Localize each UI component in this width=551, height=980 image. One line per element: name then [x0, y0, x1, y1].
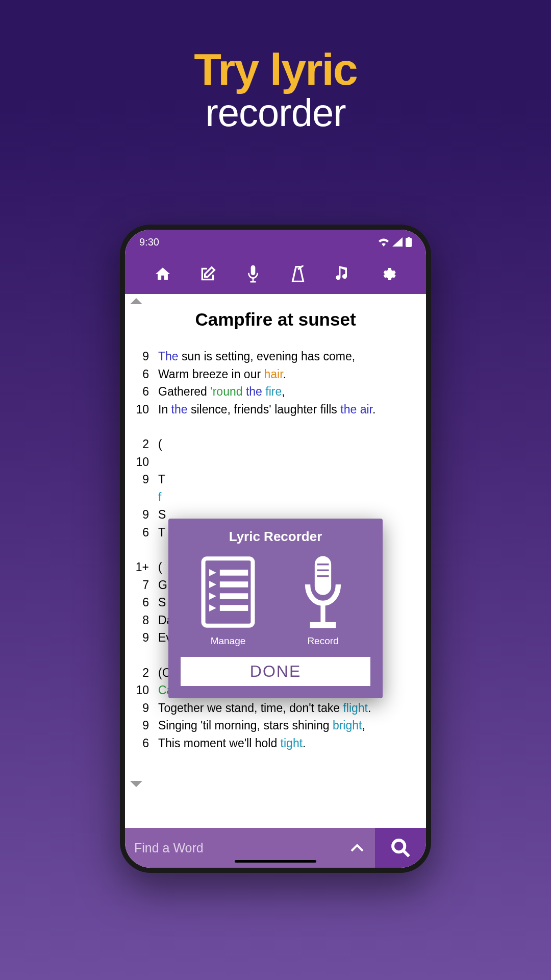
status-time: 9:30: [139, 236, 159, 248]
phone-screen: 9:30: [125, 230, 426, 868]
home-button[interactable]: [154, 265, 172, 283]
lyric-text: [158, 453, 416, 471]
gear-icon: [380, 266, 396, 282]
svg-line-22: [403, 850, 409, 856]
headline-top: Try lyric: [0, 43, 551, 95]
done-button[interactable]: DONE: [181, 657, 370, 686]
syllable-count: 9: [135, 506, 158, 524]
collapse-up-icon[interactable]: [130, 298, 142, 304]
syllable-count: 6: [135, 734, 158, 752]
syllable-count: 10: [135, 681, 158, 699]
syllable-count: 9: [135, 471, 158, 488]
manage-list-icon: [197, 554, 259, 630]
svg-rect-1: [408, 237, 410, 238]
svg-rect-6: [204, 558, 253, 626]
svg-point-21: [393, 840, 405, 852]
headline-bottom: recorder: [0, 90, 551, 135]
settings-button[interactable]: [379, 265, 397, 283]
lyric-text: Gathered 'round the fire,: [158, 383, 416, 401]
lyric-text: The sun is setting, evening has come,: [158, 348, 416, 365]
svg-marker-7: [209, 569, 216, 576]
music-icon: [336, 266, 350, 282]
song-title: Campfire at sunset: [125, 294, 426, 348]
lyric-recorder-dialog: Lyric Recorder Manage: [168, 519, 383, 698]
lyric-line: 10: [135, 453, 416, 471]
home-icon: [154, 265, 171, 283]
svg-rect-20: [310, 622, 336, 628]
record-label: Record: [307, 635, 338, 647]
lyric-line: 9The sun is setting, evening has come,: [135, 348, 416, 365]
lyric-line: 9Singing 'til morning, stars shining bri…: [135, 717, 416, 734]
search-up-button[interactable]: [339, 828, 375, 868]
lyric-line: 10In the silence, friends' laughter fill…: [135, 401, 416, 419]
wifi-icon: [378, 237, 389, 247]
status-icons: [378, 237, 412, 247]
lyric-line: 6This moment we'll hold tight.: [135, 734, 416, 752]
svg-rect-10: [220, 581, 248, 587]
edit-icon: [199, 266, 216, 282]
lyric-line: 2(: [135, 435, 416, 453]
syllable-count: 9: [135, 348, 158, 365]
lyrics-content[interactable]: Campfire at sunset 9The sun is setting, …: [125, 294, 426, 828]
syllable-count: 10: [135, 453, 158, 471]
syllable-count: 6: [135, 594, 158, 611]
metronome-icon: [290, 265, 306, 283]
lyric-line: f: [135, 488, 416, 506]
syllable-count: 9: [135, 629, 158, 647]
lyric-text: T: [158, 471, 416, 488]
syllable-count: 10: [135, 401, 158, 419]
edit-button[interactable]: [198, 265, 217, 283]
home-indicator: [235, 860, 316, 863]
music-button[interactable]: [334, 265, 352, 283]
syllable-count: 2: [135, 664, 158, 682]
lyric-text: In the silence, friends' laughter fills …: [158, 401, 416, 419]
microphone-icon: [246, 265, 260, 283]
syllable-count: 8: [135, 611, 158, 629]
manage-button[interactable]: Manage: [197, 554, 259, 647]
syllable-count: 2: [135, 435, 158, 453]
lyric-line: 9Together we stand, time, don't take fli…: [135, 699, 416, 717]
dialog-options: Manage: [181, 554, 370, 647]
syllable-count: 9: [135, 699, 158, 717]
syllable-count: 6: [135, 524, 158, 542]
lyric-line: 6Warm breeze in our hair.: [135, 365, 416, 383]
svg-rect-0: [406, 238, 412, 247]
svg-rect-8: [220, 570, 248, 576]
scroll-down-icon[interactable]: [130, 781, 142, 787]
chevron-up-icon: [349, 843, 365, 853]
mic-button[interactable]: [244, 265, 262, 283]
svg-marker-9: [209, 581, 216, 588]
svg-rect-19: [320, 603, 325, 622]
syllable-count: 1+: [135, 558, 158, 576]
promo-headline: Try lyric recorder: [0, 0, 551, 135]
lyric-text: (: [158, 435, 416, 453]
status-bar: 9:30: [125, 230, 426, 254]
search-icon: [390, 838, 411, 858]
syllable-count: 7: [135, 576, 158, 594]
lyric-line: 9T: [135, 471, 416, 488]
svg-marker-11: [209, 593, 216, 600]
lyric-text: f: [158, 488, 416, 506]
phone-frame: 9:30: [120, 225, 431, 873]
metronome-button[interactable]: [289, 265, 307, 283]
svg-marker-13: [209, 604, 216, 611]
svg-rect-14: [220, 605, 248, 611]
lyric-line: 6Gathered 'round the fire,: [135, 383, 416, 401]
lyric-text: Singing 'til morning, stars shining brig…: [158, 717, 416, 734]
signal-icon: [392, 237, 403, 247]
lyric-text: Together we stand, time, don't take flig…: [158, 699, 416, 717]
syllable-count: 6: [135, 383, 158, 401]
svg-rect-2: [251, 265, 255, 276]
lyric-text: Warm breeze in our hair.: [158, 365, 416, 383]
app-toolbar: [125, 254, 426, 294]
manage-label: Manage: [211, 635, 246, 647]
svg-rect-12: [220, 593, 248, 599]
syllable-count: 9: [135, 717, 158, 734]
record-button[interactable]: Record: [292, 554, 354, 647]
search-button[interactable]: [375, 828, 426, 868]
dialog-title: Lyric Recorder: [181, 529, 370, 545]
record-mic-icon: [292, 554, 354, 630]
syllable-count: [135, 488, 158, 506]
battery-icon: [406, 237, 412, 247]
syllable-count: 6: [135, 365, 158, 383]
